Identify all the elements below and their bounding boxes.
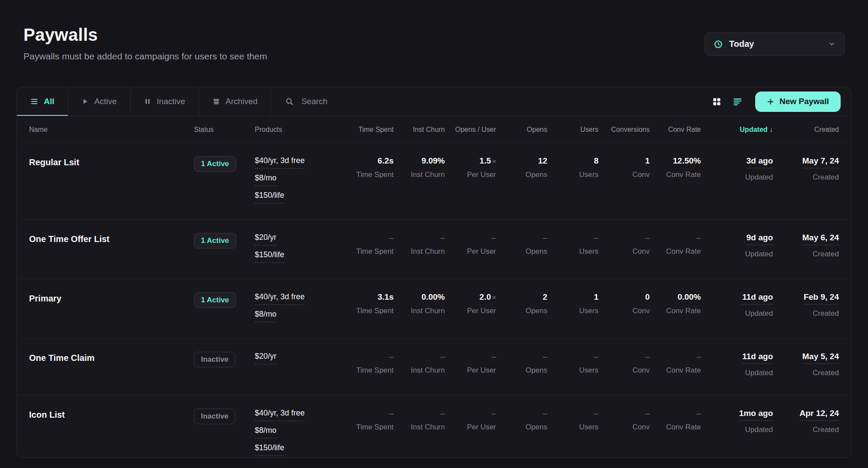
column-header-time-spent[interactable]: Time Spent — [346, 126, 394, 134]
products-cell: $20/yr — [255, 352, 342, 384]
column-header-status[interactable]: Status — [194, 126, 251, 134]
column-header-users[interactable]: Users — [551, 126, 598, 134]
search-input[interactable] — [301, 97, 698, 106]
product-item[interactable]: $40/yr, 3d free — [255, 156, 305, 169]
search-icon — [285, 97, 294, 106]
metric-cell-opens: –Opens — [500, 233, 547, 268]
list-view-icon — [733, 97, 742, 106]
tab-label: Inactive — [157, 97, 185, 106]
updated-value[interactable]: 11d ago — [742, 352, 773, 364]
metric-cell-inst_churn: –Inst Churn — [397, 409, 445, 458]
metric-cell-conv: –Conv — [602, 233, 650, 268]
column-header-conv-rate[interactable]: Conv Rate — [653, 126, 701, 134]
paywalls-panel: AllActiveInactiveArchived New Paywall Na… — [16, 87, 852, 458]
metric-label: Created — [776, 250, 839, 259]
status-badge: Inactive — [194, 409, 235, 424]
metric-cell-conv: –Conv — [602, 409, 650, 458]
metric-value: 1.5× — [448, 156, 496, 166]
products-cell: $40/yr, 3d free$8/mo$150/life — [255, 409, 342, 458]
table-row[interactable]: Primary1 Active$40/yr, 3d free$8/mo3.1sT… — [17, 279, 851, 339]
product-item[interactable]: $150/life — [255, 443, 284, 456]
updated-value[interactable]: 3d ago — [746, 156, 773, 168]
created-value[interactable]: May 7, 24 — [802, 156, 839, 168]
paywall-name: One Time Offer List — [29, 233, 191, 244]
product-item[interactable]: $40/yr, 3d free — [255, 292, 305, 305]
metric-value: 3.1s — [346, 292, 394, 302]
metric-label: Opens — [500, 423, 547, 432]
status-badge: 1 Active — [194, 233, 236, 249]
page-title: Paywalls — [23, 25, 267, 45]
column-header-updated[interactable]: Updated ↓ — [704, 126, 773, 134]
product-item[interactable]: $150/life — [255, 250, 284, 263]
metric-label: Time Spent — [346, 366, 394, 375]
grid-view-button[interactable] — [712, 97, 721, 106]
created-cell: Feb 9, 24Created — [776, 292, 839, 327]
created-value[interactable]: May 6, 24 — [802, 233, 839, 245]
status-badge: 1 Active — [194, 292, 236, 308]
date-filter-dropdown[interactable]: Today — [705, 33, 845, 56]
metric-cell-conv_rate: –Conv Rate — [653, 233, 701, 268]
products-cell: $20/yr$150/life — [255, 233, 342, 268]
list-icon — [30, 98, 38, 105]
product-item[interactable]: $8/mo — [255, 426, 276, 439]
created-value[interactable]: Feb 9, 24 — [804, 292, 839, 304]
column-header-opens-user[interactable]: Opens / User — [448, 126, 496, 134]
updated-value[interactable]: 9d ago — [746, 233, 773, 245]
product-item[interactable]: $150/life — [255, 191, 284, 203]
search-field[interactable] — [271, 87, 712, 116]
updated-cell: 9d agoUpdated — [704, 233, 773, 268]
product-item[interactable]: $8/mo — [255, 310, 276, 322]
metric-value: – — [346, 352, 394, 361]
updated-value[interactable]: 11d ago — [742, 292, 773, 304]
metric-cell-per_user: 1.5×Per User — [448, 156, 496, 208]
column-header-products[interactable]: Products — [255, 126, 342, 134]
metric-cell-time_spent: –Time Spent — [346, 409, 394, 458]
column-header-opens[interactable]: Opens — [500, 126, 547, 134]
table-row[interactable]: One Time ClaimInactive$20/yr–Time Spent–… — [17, 339, 851, 396]
metric-label: Opens — [500, 366, 547, 375]
table-row[interactable]: Icon ListInactive$40/yr, 3d free$8/mo$15… — [17, 396, 851, 458]
column-header-name[interactable]: Name — [29, 126, 191, 134]
metric-value: – — [397, 409, 445, 418]
metric-label: Conv Rate — [653, 423, 701, 432]
metric-label: Conv Rate — [653, 170, 701, 179]
metric-label: Per User — [448, 423, 496, 432]
metric-value: – — [602, 409, 650, 418]
tab-all[interactable]: All — [17, 87, 68, 116]
created-cell: May 7, 24Created — [776, 156, 839, 208]
product-item[interactable]: $20/yr — [255, 352, 276, 364]
tab-active[interactable]: Active — [68, 87, 131, 116]
product-item[interactable]: $8/mo — [255, 173, 276, 186]
product-item[interactable]: $40/yr, 3d free — [255, 409, 305, 421]
table-row[interactable]: One Time Offer List1 Active$20/yr$150/li… — [17, 220, 851, 279]
tab-inactive[interactable]: Inactive — [131, 87, 199, 116]
column-header-inst-churn[interactable]: Inst Churn — [397, 126, 445, 134]
archive-icon — [213, 98, 220, 105]
product-item[interactable]: $20/yr — [255, 233, 276, 245]
metric-cell-users: –Users — [551, 352, 598, 384]
metric-cell-conv: –Conv — [602, 352, 650, 384]
metric-value: – — [602, 352, 650, 361]
updated-cell: 3d agoUpdated — [704, 156, 773, 208]
metric-label: Time Spent — [346, 307, 394, 315]
updated-value[interactable]: 1mo ago — [739, 409, 773, 421]
metric-cell-inst_churn: 0.00%Inst Churn — [397, 292, 445, 327]
column-header-created[interactable]: Created — [776, 126, 839, 134]
metric-value: 6.2s — [346, 156, 394, 166]
tab-list: AllActiveInactiveArchived — [17, 87, 271, 116]
list-view-button[interactable] — [733, 97, 742, 106]
created-value[interactable]: May 5, 24 — [802, 352, 839, 364]
new-paywall-button[interactable]: New Paywall — [755, 92, 841, 112]
tab-archived[interactable]: Archived — [199, 87, 272, 116]
toolbar: AllActiveInactiveArchived New Paywall — [17, 87, 851, 116]
status-cell: 1 Active — [194, 156, 251, 208]
metric-value: 9.09% — [397, 156, 445, 166]
metric-cell-users: 1Users — [551, 292, 598, 327]
metric-cell-time_spent: 3.1sTime Spent — [346, 292, 394, 327]
created-value[interactable]: Apr 12, 24 — [799, 409, 839, 421]
table-row[interactable]: Regular Lsit1 Active$40/yr, 3d free$8/mo… — [17, 143, 851, 220]
column-header-conversions[interactable]: Conversions — [602, 126, 650, 134]
metric-cell-conv_rate: 0.00%Conv Rate — [653, 292, 701, 327]
metric-label: Updated — [704, 425, 773, 434]
metric-value: – — [448, 409, 496, 418]
